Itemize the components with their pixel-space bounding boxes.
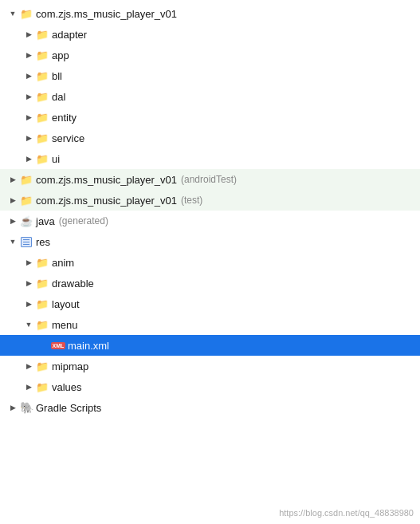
tree-item-dal[interactable]: 📁dal bbox=[0, 86, 420, 107]
item-label-entity: entity bbox=[52, 112, 77, 124]
item-label-adapter: adapter bbox=[52, 29, 87, 41]
item-label-drawable: drawable bbox=[52, 278, 94, 290]
item-label-res: res bbox=[36, 236, 50, 248]
tree-item-gradle[interactable]: 🐘Gradle Scripts bbox=[0, 397, 420, 418]
gradle-icon-gradle: 🐘 bbox=[19, 401, 33, 414]
folder-icon-values: 📁 bbox=[35, 380, 49, 393]
arrow-res[interactable] bbox=[6, 235, 19, 248]
arrow-gradle[interactable] bbox=[6, 401, 19, 414]
tree-item-com-test[interactable]: 📁com.zjs.ms_music_player_v01(test) bbox=[0, 190, 420, 211]
arrow-drawable[interactable] bbox=[22, 277, 35, 290]
tree-item-mipmap[interactable]: 📁mipmap bbox=[0, 356, 420, 376]
tree-item-adapter[interactable]: 📁adapter bbox=[0, 24, 420, 45]
arrow-layout[interactable] bbox=[22, 297, 35, 310]
arrow-com-main[interactable] bbox=[6, 7, 19, 20]
item-label-bll: bll bbox=[52, 70, 62, 82]
item-label-anim: anim bbox=[52, 257, 74, 269]
tree-item-ui[interactable]: 📁ui bbox=[0, 148, 420, 169]
item-label-gradle: Gradle Scripts bbox=[36, 402, 101, 414]
tree-item-anim[interactable]: 📁anim bbox=[0, 252, 420, 273]
item-suffix-com-android: (androidTest) bbox=[181, 174, 237, 185]
item-label-service: service bbox=[52, 132, 84, 144]
arrow-bll[interactable] bbox=[22, 69, 35, 82]
item-label-com-main: com.zjs.ms_music_player_v01 bbox=[36, 8, 177, 20]
folder-icon-layout: 📁 bbox=[35, 297, 49, 310]
tree-item-values[interactable]: 📁values bbox=[0, 376, 420, 397]
arrow-service[interactable] bbox=[22, 132, 35, 144]
folder-icon-ui: 📁 bbox=[35, 152, 49, 165]
item-label-mipmap: mipmap bbox=[52, 360, 88, 372]
xml-icon-main-xml: XML bbox=[51, 339, 65, 352]
tree-item-main-xml[interactable]: XMLmain.xml bbox=[0, 335, 420, 356]
arrow-mipmap[interactable] bbox=[22, 360, 35, 372]
arrow-adapter[interactable] bbox=[22, 28, 35, 41]
tree-item-service[interactable]: 📁service bbox=[0, 128, 420, 148]
item-suffix-com-test: (test) bbox=[181, 195, 202, 206]
arrow-com-android[interactable] bbox=[6, 173, 19, 186]
arrow-entity[interactable] bbox=[22, 111, 35, 124]
arrow-com-test[interactable] bbox=[6, 194, 19, 207]
folder-icon-com-android: 📁 bbox=[19, 173, 33, 186]
java-icon-java: ☕ bbox=[19, 215, 33, 227]
arrow-menu[interactable] bbox=[22, 318, 35, 331]
folder-icon-menu: 📁 bbox=[35, 318, 49, 331]
tree-item-app[interactable]: 📁app bbox=[0, 45, 420, 65]
folder-icon-mipmap: 📁 bbox=[35, 360, 49, 372]
item-label-ui: ui bbox=[52, 153, 60, 165]
watermark-text: https://blog.csdn.net/qq_48838980 bbox=[279, 508, 414, 518]
item-label-menu: menu bbox=[52, 319, 78, 331]
arrow-app[interactable] bbox=[22, 49, 35, 61]
item-label-java: java bbox=[36, 215, 55, 227]
folder-icon-adapter: 📁 bbox=[35, 28, 49, 41]
tree-item-res[interactable]: res bbox=[0, 231, 420, 252]
item-label-values: values bbox=[52, 381, 82, 393]
arrow-java[interactable] bbox=[6, 215, 19, 227]
folder-icon-drawable: 📁 bbox=[35, 277, 49, 290]
item-label-com-android: com.zjs.ms_music_player_v01 bbox=[36, 174, 177, 186]
tree-item-com-android[interactable]: 📁com.zjs.ms_music_player_v01(androidTest… bbox=[0, 169, 420, 190]
folder-icon-app: 📁 bbox=[35, 49, 49, 61]
item-label-layout: layout bbox=[52, 298, 80, 310]
file-tree: 📁com.zjs.ms_music_player_v01📁adapter📁app… bbox=[0, 0, 420, 524]
tree-item-bll[interactable]: 📁bll bbox=[0, 65, 420, 86]
tree-item-java[interactable]: ☕java(generated) bbox=[0, 211, 420, 231]
item-suffix-java: (generated) bbox=[59, 215, 108, 227]
folder-icon-com-main: 📁 bbox=[19, 7, 33, 20]
res-icon-res bbox=[19, 235, 33, 248]
tree-item-entity[interactable]: 📁entity bbox=[0, 107, 420, 128]
item-label-dal: dal bbox=[52, 91, 65, 103]
folder-icon-com-test: 📁 bbox=[19, 194, 33, 207]
arrow-ui[interactable] bbox=[22, 152, 35, 165]
arrow-anim[interactable] bbox=[22, 256, 35, 269]
folder-icon-dal: 📁 bbox=[35, 90, 49, 103]
tree-item-layout[interactable]: 📁layout bbox=[0, 294, 420, 314]
tree-item-drawable[interactable]: 📁drawable bbox=[0, 273, 420, 294]
arrow-values[interactable] bbox=[22, 380, 35, 393]
item-label-app: app bbox=[52, 49, 69, 61]
folder-icon-anim: 📁 bbox=[35, 256, 49, 269]
arrow-dal[interactable] bbox=[22, 90, 35, 103]
tree-item-com-main[interactable]: 📁com.zjs.ms_music_player_v01 bbox=[0, 3, 420, 24]
folder-icon-bll: 📁 bbox=[35, 69, 49, 82]
item-label-main-xml: main.xml bbox=[68, 340, 109, 352]
folder-icon-service: 📁 bbox=[35, 132, 49, 144]
folder-icon-entity: 📁 bbox=[35, 111, 49, 124]
item-label-com-test: com.zjs.ms_music_player_v01 bbox=[36, 195, 177, 207]
arrow-main-xml[interactable] bbox=[38, 339, 51, 352]
tree-item-menu[interactable]: 📁menu bbox=[0, 314, 420, 335]
